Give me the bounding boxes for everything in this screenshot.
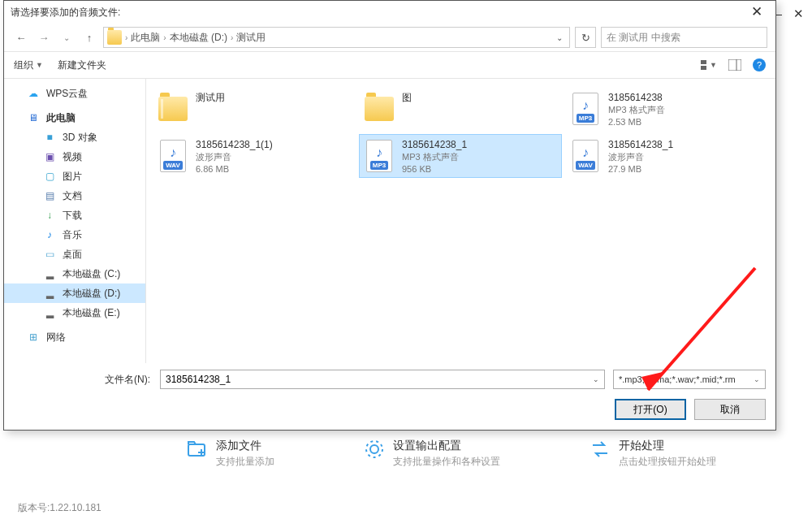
file-size: 956 KB bbox=[402, 163, 467, 175]
file-item[interactable]: ♪WAV3185614238_1(1)波形声音6.86 MB bbox=[153, 134, 356, 178]
sidebar-item-label: 桌面 bbox=[63, 248, 82, 262]
sidebar-item[interactable]: ▂本地磁盘 (C:) bbox=[4, 264, 145, 283]
filename-label: 文件名(N): bbox=[14, 373, 152, 387]
doc-icon: ▤ bbox=[43, 189, 56, 202]
sidebar-item[interactable]: 🖥此电脑 bbox=[4, 108, 145, 128]
organize-menu[interactable]: 组织▼ bbox=[14, 58, 43, 72]
help-icon[interactable]: ? bbox=[753, 58, 766, 71]
forward-icon[interactable]: → bbox=[35, 32, 53, 44]
search-placeholder: 在 测试用 中搜索 bbox=[607, 31, 680, 45]
file-meta: 图 bbox=[402, 91, 412, 127]
file-kind: MP3 格式声音 bbox=[608, 104, 665, 116]
file-type-select[interactable]: *.mp3;*.wma;*.wav;*.mid;*.rm ⌄ bbox=[613, 370, 766, 389]
path-breadcrumb[interactable]: › 此电脑 › 本地磁盘 (D:) › 测试用 ⌄ bbox=[103, 27, 570, 48]
sidebar-item-label: 音乐 bbox=[63, 228, 82, 242]
sidebar-item[interactable]: ▂本地磁盘 (D:) bbox=[4, 283, 145, 303]
chevron-right-icon: › bbox=[125, 33, 127, 42]
file-item[interactable]: ♪MP33185614238_1MP3 格式声音956 KB bbox=[359, 134, 562, 178]
search-input[interactable]: 在 测试用 中搜索 bbox=[601, 27, 767, 48]
sidebar-item[interactable]: ☁WPS云盘 bbox=[4, 84, 145, 103]
file-item[interactable]: ♪MP33185614238MP3 格式声音2.53 MB bbox=[565, 87, 768, 131]
net-icon: ⊞ bbox=[27, 331, 40, 344]
path-node-folder[interactable]: 测试用 bbox=[236, 31, 266, 45]
toolbar: 组织▼ 新建文件夹 ▼ ? bbox=[4, 51, 775, 79]
music-icon: ♪ bbox=[43, 228, 56, 241]
file-name: 3185614238 bbox=[608, 91, 665, 104]
sidebar-item[interactable]: ▂本地磁盘 (E:) bbox=[4, 303, 145, 322]
sidebar-item-label: 此电脑 bbox=[46, 111, 76, 125]
sidebar-item[interactable]: ⊞网络 bbox=[4, 327, 145, 347]
sidebar-item-label: 视频 bbox=[63, 150, 82, 164]
chevron-down-icon[interactable]: ⌄ bbox=[553, 33, 566, 42]
close-icon[interactable]: ✕ bbox=[745, 3, 769, 20]
audio-file-icon: ♪MP3 bbox=[363, 138, 395, 174]
audio-file-icon: ♪WAV bbox=[157, 138, 189, 174]
sidebar-item[interactable]: ▢图片 bbox=[4, 167, 145, 186]
sidebar-item[interactable]: ▣视频 bbox=[4, 147, 145, 167]
file-size: 6.86 MB bbox=[196, 163, 273, 175]
file-grid: 测试用图♪MP33185614238MP3 格式声音2.53 MB♪WAV318… bbox=[146, 79, 775, 363]
bg-conf-title: 设置输出配置 bbox=[393, 439, 500, 453]
file-meta: 测试用 bbox=[196, 91, 225, 127]
down-icon: ↓ bbox=[43, 209, 56, 222]
file-name: 图 bbox=[402, 91, 412, 104]
file-item[interactable]: 图 bbox=[359, 87, 562, 131]
drive-icon: ▂ bbox=[43, 287, 56, 300]
sidebar-item-label: 图片 bbox=[63, 170, 82, 184]
preview-pane-icon[interactable] bbox=[727, 58, 743, 72]
sidebar-item[interactable]: ■3D 对象 bbox=[4, 128, 145, 147]
file-kind: 波形声音 bbox=[196, 151, 273, 163]
file-size: 2.53 MB bbox=[608, 116, 665, 128]
sidebar-item-label: 3D 对象 bbox=[63, 131, 97, 145]
svg-rect-9 bbox=[728, 59, 741, 71]
sidebar-item[interactable]: ▤文档 bbox=[4, 186, 145, 206]
file-meta: 3185614238MP3 格式声音2.53 MB bbox=[608, 91, 665, 127]
bg-start-title: 开始处理 bbox=[619, 439, 716, 453]
video-icon: ▣ bbox=[43, 150, 56, 163]
sidebar-item[interactable]: ↓下载 bbox=[4, 206, 145, 225]
sidebar-item-label: 网络 bbox=[46, 331, 66, 344]
sidebar-item-label: 下载 bbox=[63, 209, 82, 223]
chevron-down-icon[interactable]: ⌄ bbox=[754, 375, 760, 383]
desk-icon: ▭ bbox=[43, 248, 56, 261]
path-node-pc[interactable]: 此电脑 bbox=[131, 31, 160, 45]
bg-config[interactable]: 设置输出配置 支持批量操作和各种设置 bbox=[364, 439, 500, 469]
open-button[interactable]: 打开(O) bbox=[615, 399, 686, 420]
chevron-right-icon: › bbox=[231, 33, 233, 42]
audio-file-icon: ♪WAV bbox=[569, 138, 602, 174]
sidebar-item-label: WPS云盘 bbox=[46, 87, 88, 101]
refresh-icon[interactable]: ↻ bbox=[575, 27, 596, 48]
file-item[interactable]: ♪WAV3185614238_1波形声音27.9 MB bbox=[565, 134, 768, 178]
file-meta: 3185614238_1(1)波形声音6.86 MB bbox=[196, 138, 273, 174]
cancel-button[interactable]: 取消 bbox=[694, 399, 766, 420]
file-item[interactable]: 测试用 bbox=[153, 87, 356, 131]
sidebar: ☁WPS云盘🖥此电脑■3D 对象▣视频▢图片▤文档↓下载♪音乐▭桌面▂本地磁盘 … bbox=[4, 79, 146, 363]
play-cycle-icon bbox=[590, 439, 611, 460]
version-label: 版本号:1.22.10.181 bbox=[18, 501, 102, 515]
bg-add-sub: 支持批量添加 bbox=[216, 455, 274, 469]
chevron-right-icon: › bbox=[163, 33, 166, 42]
filename-value: 3185614238_1 bbox=[166, 374, 231, 385]
up-icon[interactable]: ↑ bbox=[80, 32, 98, 44]
recent-dropdown-icon[interactable]: ⌄ bbox=[58, 33, 76, 42]
chevron-down-icon[interactable]: ⌄ bbox=[593, 375, 599, 383]
cloud-icon: ☁ bbox=[27, 87, 40, 100]
file-name: 3185614238_1(1) bbox=[196, 138, 273, 151]
filename-input[interactable]: 3185614238_1 ⌄ bbox=[160, 370, 605, 389]
file-kind: 波形声音 bbox=[608, 151, 673, 163]
sidebar-item[interactable]: ▭桌面 bbox=[4, 245, 145, 264]
pc-icon: 🖥 bbox=[27, 111, 40, 124]
gear-icon bbox=[364, 439, 385, 460]
sidebar-item[interactable]: ♪音乐 bbox=[4, 225, 145, 245]
parent-close-icon[interactable]: ✕ bbox=[793, 6, 804, 21]
path-node-drive[interactable]: 本地磁盘 (D:) bbox=[170, 31, 227, 45]
new-folder-button[interactable]: 新建文件夹 bbox=[58, 58, 106, 72]
svg-rect-7 bbox=[701, 66, 706, 70]
back-icon[interactable]: ← bbox=[12, 32, 30, 44]
image-icon: ▢ bbox=[43, 170, 56, 183]
bg-start[interactable]: 开始处理 点击处理按钮开始处理 bbox=[590, 439, 716, 469]
bg-start-sub: 点击处理按钮开始处理 bbox=[619, 455, 716, 469]
file-open-dialog: 请选择要添加的音频文件: ✕ ← → ⌄ ↑ › 此电脑 › 本地磁盘 (D:)… bbox=[3, 0, 776, 431]
bg-add-file[interactable]: 添加文件 支持批量添加 bbox=[187, 439, 274, 469]
view-mode-icon[interactable]: ▼ bbox=[701, 58, 717, 72]
